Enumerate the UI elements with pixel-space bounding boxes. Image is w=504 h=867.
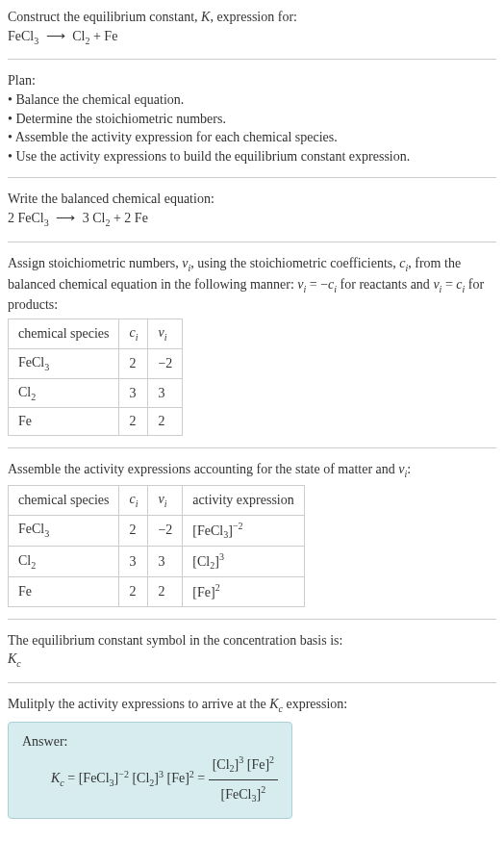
superscript: 2 bbox=[269, 754, 274, 765]
cell-nui: 3 bbox=[148, 378, 183, 408]
divider bbox=[8, 242, 496, 242]
cell-ci: 2 bbox=[119, 408, 148, 436]
cell-activity: [Fe]2 bbox=[183, 577, 304, 606]
K-var: K bbox=[269, 697, 278, 711]
text: [FeCl bbox=[221, 787, 252, 802]
plan-bullet: • Determine the stoichiometric numbers. bbox=[8, 110, 496, 129]
col-ci: ci bbox=[119, 485, 148, 515]
equation-unbalanced: FeCl3 ⟶ Cl2 + Fe bbox=[8, 29, 117, 43]
divider bbox=[8, 682, 496, 683]
text: [Cl bbox=[192, 554, 210, 569]
cell-activity: [Cl2]3 bbox=[183, 546, 304, 576]
species: Cl bbox=[72, 29, 85, 43]
cell-ci: 2 bbox=[119, 577, 148, 606]
col-nui: νi bbox=[148, 485, 183, 515]
text: Assemble the activity expressions accoun… bbox=[8, 462, 398, 476]
divider bbox=[8, 177, 496, 178]
col-species: chemical species bbox=[9, 485, 119, 515]
plan-bullet: • Balance the chemical equation. bbox=[8, 90, 496, 110]
K-var: K bbox=[51, 772, 60, 786]
subscript: 3 bbox=[44, 362, 49, 372]
subscript: 3 bbox=[44, 217, 49, 228]
cell-nui: −2 bbox=[148, 348, 183, 378]
cell-nui: 2 bbox=[148, 577, 183, 606]
species: 2 FeCl bbox=[8, 211, 44, 225]
multiply-section: Mulitply the activity expressions to arr… bbox=[8, 695, 496, 819]
table-row: FeCl3 2 −2 bbox=[9, 348, 183, 378]
plan-section: Plan: • Balance the chemical equation. •… bbox=[8, 71, 496, 166]
table-row: FeCl3 2 −2 [FeCl3]−2 bbox=[9, 515, 305, 546]
cell-ci: 3 bbox=[119, 378, 148, 408]
species: 3 Cl bbox=[83, 211, 106, 225]
header-text-b: , expression for: bbox=[210, 10, 297, 24]
subscript: 2 bbox=[31, 391, 36, 401]
col-species: chemical species bbox=[9, 319, 119, 348]
table-header-row: chemical species ci νi bbox=[9, 319, 183, 348]
text: Assign stoichiometric numbers, bbox=[8, 256, 182, 270]
answer-label: Answer: bbox=[22, 732, 278, 752]
subscript: 3 bbox=[34, 35, 38, 45]
activity-table: chemical species ci νi activity expressi… bbox=[8, 485, 305, 607]
header-text: Construct the equilibrium constant, bbox=[8, 10, 201, 24]
text: , using the stoichiometric coefficients, bbox=[190, 256, 399, 270]
cell-species: Fe bbox=[9, 577, 119, 606]
denominator: [FeCl3]2 bbox=[209, 780, 278, 808]
text: Cl bbox=[18, 553, 31, 568]
cell-species: FeCl3 bbox=[9, 348, 119, 378]
equals: = bbox=[64, 772, 79, 786]
text: Cl bbox=[18, 385, 31, 399]
answer-box: Answer: Kc = [FeCl3]−2 [Cl2]3 [Fe]2 = [C… bbox=[8, 722, 292, 820]
plan-title: Plan: bbox=[8, 71, 496, 90]
text: FeCl bbox=[18, 355, 44, 370]
balanced-section: Write the balanced chemical equation: 2 … bbox=[8, 190, 496, 229]
subscript: i bbox=[136, 332, 139, 343]
stoich-section: Assign stoichiometric numbers, νi, using… bbox=[8, 254, 496, 436]
subscript: i bbox=[136, 498, 139, 509]
stoich-table: chemical species ci νi FeCl3 2 −2 Cl2 3 … bbox=[8, 319, 183, 436]
divider bbox=[8, 59, 496, 60]
text: for reactants and bbox=[337, 277, 433, 292]
symbol-text: The equilibrium constant symbol in the c… bbox=[8, 631, 496, 650]
subscript: i bbox=[164, 498, 167, 509]
species: + Fe bbox=[89, 29, 117, 43]
divider bbox=[8, 619, 496, 620]
superscript: 3 bbox=[219, 551, 224, 562]
table-row: Fe 2 2 [Fe]2 bbox=[9, 577, 305, 606]
activity-section: Assemble the activity expressions accoun… bbox=[8, 460, 496, 607]
text: [Cl bbox=[213, 757, 230, 772]
answer-equation: Kc = [FeCl3]−2 [Cl2]3 [Fe]2 = [Cl2]3 [Fe… bbox=[22, 751, 278, 808]
text: [FeCl bbox=[192, 523, 223, 537]
col-ci: ci bbox=[119, 319, 148, 348]
superscript: 2 bbox=[215, 582, 220, 593]
cell-species: Cl2 bbox=[9, 546, 119, 576]
col-nui: νi bbox=[148, 319, 183, 348]
plan-bullet: • Use the activity expressions to build … bbox=[8, 147, 496, 166]
equals: = bbox=[194, 772, 209, 786]
balanced-title: Write the balanced chemical equation: bbox=[8, 190, 496, 209]
text: [FeCl bbox=[79, 772, 110, 786]
cell-nui: 3 bbox=[148, 546, 183, 576]
subscript: 3 bbox=[44, 528, 49, 539]
table-row: Fe 2 2 bbox=[9, 408, 183, 436]
superscript: −2 bbox=[118, 769, 129, 779]
superscript: 2 bbox=[261, 784, 265, 795]
subscript: i bbox=[164, 332, 167, 343]
text: : bbox=[407, 462, 411, 476]
col-activity: activity expression bbox=[183, 485, 304, 515]
superscript: −2 bbox=[233, 521, 243, 531]
fraction: [Cl2]3 [Fe]2[FeCl3]2 bbox=[209, 751, 278, 808]
species: + 2 Fe bbox=[110, 211, 147, 225]
species: FeCl bbox=[8, 29, 34, 43]
numerator: [Cl2]3 [Fe]2 bbox=[209, 751, 278, 779]
subscript: c bbox=[16, 658, 20, 669]
table-row: Cl2 3 3 [Cl2]3 bbox=[9, 546, 305, 576]
cell-ci: 2 bbox=[119, 348, 148, 378]
subscript: 2 bbox=[31, 560, 36, 571]
plan-bullet: • Assemble the activity expression for e… bbox=[8, 128, 496, 147]
text: [Fe] bbox=[192, 585, 214, 599]
cell-species: Cl2 bbox=[9, 378, 119, 408]
K-var: K bbox=[8, 651, 16, 666]
equation-balanced: 2 FeCl3 ⟶ 3 Cl2 + 2 Fe bbox=[8, 211, 148, 225]
text: = − bbox=[306, 277, 328, 292]
cell-species: FeCl3 bbox=[9, 515, 119, 546]
